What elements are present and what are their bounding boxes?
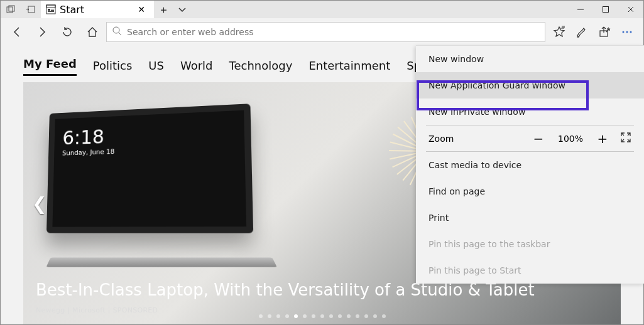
feed-tab-world[interactable]: World: [180, 59, 213, 76]
menu-new-app-guard-window[interactable]: New Application Guard window: [416, 72, 644, 99]
hero-byline: Newegg | Microsoft | SPONSORED: [36, 306, 608, 314]
carousel-dot[interactable]: [285, 314, 289, 318]
search-icon: [112, 26, 122, 38]
home-button[interactable]: [81, 21, 104, 43]
hero-laptop-graphic: 6:18 Sunday, June 18: [42, 107, 268, 264]
carousel-dot[interactable]: [329, 314, 333, 318]
feed-tab-myfeed[interactable]: My Feed: [23, 57, 77, 76]
back-button[interactable]: [6, 21, 28, 43]
carousel-dot[interactable]: [364, 314, 368, 318]
feed-tab-us[interactable]: US: [148, 59, 164, 76]
toolbar: Search or enter web address: [1, 18, 643, 46]
menu-new-inprivate-window[interactable]: New InPrivate window: [416, 99, 644, 125]
window-minimize-button[interactable]: [568, 1, 593, 18]
notes-button[interactable]: [570, 21, 593, 43]
svg-rect-7: [51, 9, 54, 9]
svg-rect-10: [603, 7, 609, 13]
hero-clock-date: Sunday, June 18: [62, 147, 115, 157]
svg-line-14: [119, 33, 121, 35]
tab-actions-chevron-icon[interactable]: [173, 1, 192, 18]
set-aside-tabs-icon[interactable]: [21, 5, 41, 14]
menu-find-on-page[interactable]: Find on page: [416, 178, 644, 205]
favorites-button[interactable]: [548, 21, 570, 43]
forward-button[interactable]: [31, 21, 53, 43]
svg-rect-1: [9, 6, 14, 11]
title-bar: Start ✕ ＋: [1, 1, 643, 18]
svg-rect-2: [28, 6, 35, 13]
svg-rect-8: [51, 10, 54, 11]
new-tab-button[interactable]: ＋: [154, 1, 173, 18]
carousel-dot[interactable]: [382, 314, 386, 318]
carousel-dot[interactable]: [303, 314, 307, 318]
svg-point-22: [626, 31, 628, 33]
carousel-prev-button[interactable]: ❮: [27, 188, 52, 219]
svg-rect-0: [7, 7, 13, 13]
hero-clock-time: 6:18: [62, 125, 115, 149]
zoom-out-button[interactable]: −: [531, 132, 546, 145]
carousel-dot[interactable]: [347, 314, 351, 318]
carousel-dot[interactable]: [276, 314, 280, 318]
carousel-dot[interactable]: [312, 314, 315, 318]
zoom-in-button[interactable]: +: [595, 132, 610, 145]
zoom-value: 100%: [556, 134, 585, 144]
tab-close-button[interactable]: ✕: [135, 4, 148, 15]
feed-tab-entertainment[interactable]: Entertainment: [308, 59, 390, 76]
menu-new-window[interactable]: New window: [416, 46, 644, 72]
menu-zoom-label: Zoom: [428, 134, 521, 144]
carousel-dot[interactable]: [320, 314, 324, 318]
window-maximize-button[interactable]: [593, 1, 618, 18]
tab-title: Start: [60, 4, 84, 16]
svg-rect-6: [48, 11, 54, 12]
fullscreen-button[interactable]: [620, 132, 631, 145]
window-close-button[interactable]: [618, 1, 643, 18]
address-bar-placeholder: Search or enter web address: [127, 27, 540, 37]
svg-point-13: [113, 27, 119, 33]
carousel-dot[interactable]: [268, 314, 271, 318]
carousel-dot[interactable]: [373, 314, 377, 318]
feed-tab-technology[interactable]: Technology: [229, 59, 293, 76]
menu-cast-media[interactable]: Cast media to device: [416, 152, 644, 178]
tabs-preview-icon[interactable]: [1, 5, 21, 14]
refresh-button[interactable]: [56, 21, 79, 43]
share-button[interactable]: [593, 21, 616, 43]
menu-pin-start: Pin this page to Start: [416, 257, 644, 284]
feed-tab-politics[interactable]: Politics: [93, 59, 133, 76]
svg-rect-4: [46, 5, 55, 8]
more-menu: New window New Application Guard window …: [416, 45, 644, 284]
carousel-dot[interactable]: [356, 314, 359, 318]
carousel-dot[interactable]: [338, 314, 342, 318]
svg-rect-5: [48, 9, 50, 11]
carousel-dot[interactable]: [294, 314, 298, 318]
carousel-dot[interactable]: [259, 314, 263, 318]
more-button[interactable]: [616, 21, 638, 43]
menu-print[interactable]: Print: [416, 205, 644, 231]
svg-point-21: [623, 31, 625, 33]
svg-point-23: [630, 31, 632, 33]
carousel-dots[interactable]: [23, 314, 621, 318]
menu-pin-taskbar: Pin this page to the taskbar: [416, 231, 644, 257]
tab-favicon: [46, 4, 56, 14]
address-bar[interactable]: Search or enter web address: [106, 22, 545, 42]
browser-tab[interactable]: Start ✕: [41, 1, 154, 18]
